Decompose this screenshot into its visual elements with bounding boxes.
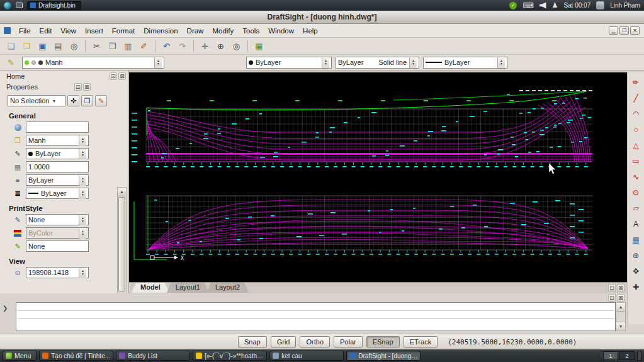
tab-layout2[interactable]: Layout2	[206, 283, 249, 293]
paste-icon[interactable]: ▥	[121, 39, 135, 53]
move-icon[interactable]: ✥	[629, 263, 643, 279]
linescale-field[interactable]: 1.0000	[26, 161, 89, 173]
arc-icon[interactable]: ◠	[629, 106, 643, 122]
menu-tools[interactable]: Tools	[238, 25, 264, 37]
tabs-close-icon[interactable]: ⊠	[617, 284, 624, 291]
user-name[interactable]: Linh Pham	[610, 2, 640, 9]
command-input[interactable]	[16, 302, 616, 331]
view-combobox[interactable]: 198908.1418 ▲▼	[26, 267, 89, 278]
tab-model[interactable]: Model	[132, 283, 169, 293]
edit-properties-button[interactable]: ✎	[95, 95, 107, 106]
tab-layout1[interactable]: Layout1	[167, 283, 209, 293]
lineweight-property-combobox[interactable]: ByLayer ▲▼	[26, 188, 89, 199]
printstyle2-field[interactable]: None	[26, 240, 89, 252]
rectangle-icon[interactable]: ▭	[629, 153, 643, 169]
grid-toggle[interactable]: Grid	[271, 336, 297, 348]
command-scrollbar[interactable]: ▲ ▼	[616, 302, 626, 331]
distro-logo-icon[interactable]	[4, 2, 11, 9]
select-entities-button[interactable]: ✜	[67, 95, 79, 106]
zoom-dynamic-icon[interactable]: ⊕	[213, 39, 228, 53]
menu-button[interactable]: Menu	[3, 351, 37, 361]
copy-properties-button[interactable]: ❐	[81, 95, 93, 106]
restore-button[interactable]: ❐	[619, 26, 629, 35]
print-preview-icon[interactable]: ◎	[67, 39, 81, 53]
menu-window[interactable]: Window	[264, 25, 298, 37]
ellipse-icon[interactable]: ⊙	[629, 184, 643, 200]
menu-modify[interactable]: Modify	[208, 25, 238, 37]
view-spinner[interactable]: ▲▼	[79, 268, 86, 278]
home-float-icon[interactable]: ⊡	[110, 72, 117, 80]
clock[interactable]: Sat 00:07	[563, 2, 590, 9]
lineweight-property-spinner[interactable]: ▲▼	[79, 188, 86, 199]
linecolor-property-combobox[interactable]: ByLayer ▲▼	[26, 148, 89, 159]
user-switch-icon[interactable]: ♟	[552, 3, 558, 9]
point-icon[interactable]: ⊕	[629, 247, 643, 263]
polar-toggle[interactable]: Polar	[334, 336, 363, 348]
insert-block-icon[interactable]: ✚	[629, 279, 643, 295]
copy-icon[interactable]: ❐	[105, 39, 120, 53]
command-scroll-down-icon[interactable]: ▼	[616, 322, 625, 331]
keyboard-layout-icon[interactable]: ⌨	[523, 1, 533, 10]
layer-property-spinner[interactable]: ▲▼	[79, 135, 86, 146]
task-buddy-list[interactable]: Buddy List	[116, 351, 190, 361]
tabs-float-icon[interactable]: ⊡	[608, 284, 616, 291]
command-scroll-up-icon[interactable]: ▲	[616, 303, 625, 312]
selection-combobox[interactable]: No Selection ▼	[8, 95, 65, 106]
esnap-toggle[interactable]: ESnap	[366, 336, 400, 348]
workspace-2[interactable]: 2	[619, 351, 635, 360]
line-icon[interactable]: ╱	[629, 90, 643, 106]
hatch-icon[interactable]: ▦	[629, 232, 643, 247]
linestyle-property-combobox[interactable]: ByLayer ▲▼	[26, 174, 89, 186]
show-desktop-button[interactable]	[637, 351, 641, 361]
properties-grid-icon[interactable]: ▦	[252, 39, 266, 53]
menu-draw[interactable]: Draw	[183, 25, 208, 37]
properties-close-icon[interactable]: ⊠	[83, 83, 91, 91]
menu-dimension[interactable]: Dimension	[139, 25, 182, 37]
task-chat[interactable]: [»-(¯`v´¯)-»**hoatha...	[193, 351, 267, 361]
linestyle-spinner[interactable]: ▲▼	[409, 57, 417, 68]
menu-insert[interactable]: Insert	[81, 25, 108, 37]
zoom-window-icon[interactable]: ◎	[229, 39, 244, 53]
text-icon[interactable]: A	[629, 216, 643, 232]
menu-file[interactable]: File	[14, 25, 35, 37]
menu-edit[interactable]: Edit	[35, 25, 57, 37]
linestyle-property-spinner[interactable]: ▲▼	[79, 175, 86, 186]
linecolor-spinner[interactable]: ▲▼	[322, 57, 329, 68]
linecolor-property-spinner[interactable]: ▲▼	[79, 149, 86, 159]
scroll-thumb[interactable]	[118, 197, 125, 291]
parallelogram-icon[interactable]: ▱	[629, 200, 643, 216]
update-shield-icon[interactable]: ✓	[509, 2, 517, 9]
volume-icon[interactable]	[539, 3, 546, 9]
sketch-icon[interactable]: ✏	[629, 74, 643, 90]
menu-format[interactable]: Format	[108, 25, 139, 37]
menu-help[interactable]: Help	[298, 25, 322, 37]
name-field[interactable]	[26, 122, 89, 133]
etrack-toggle[interactable]: ETrack	[404, 336, 438, 348]
format-painter-icon[interactable]: ✐	[137, 39, 151, 53]
undo-icon[interactable]: ↶	[159, 39, 174, 53]
task-browser[interactable]: Tạo chủ đề | Tinhte...	[39, 351, 113, 361]
command-close-icon[interactable]: ⊠	[617, 294, 624, 302]
command-float-icon[interactable]: ⊡	[608, 294, 616, 302]
linecolor-combobox[interactable]: ByLayer ▲▼	[246, 57, 332, 69]
layer-spinner[interactable]: ▲▼	[154, 57, 162, 68]
printstyle-spinner[interactable]: ▲▼	[79, 215, 86, 225]
printstyle-combobox[interactable]: None ▲▼	[26, 214, 89, 225]
save-icon[interactable]: ▣	[35, 39, 50, 53]
layer-property-combobox[interactable]: Manh ▲▼	[26, 135, 89, 146]
cut-icon[interactable]: ✂	[89, 39, 104, 53]
close-button[interactable]: ✕	[630, 26, 640, 35]
lineweight-spinner[interactable]: ▲▼	[497, 57, 505, 68]
home-palette-header[interactable]: Home ⊡ ⊠	[5, 71, 128, 81]
home-close-icon[interactable]: ⊠	[118, 72, 126, 80]
menu-view[interactable]: View	[56, 25, 81, 37]
window-titlebar[interactable]: DraftSight - [duong hinh.dwg*]	[0, 11, 644, 24]
polygon-icon[interactable]: △	[629, 137, 643, 153]
print-icon[interactable]: ▤	[51, 39, 65, 53]
pan-icon[interactable]: ✛	[198, 39, 212, 53]
layer-combobox[interactable]: Manh ▲▼	[22, 57, 164, 69]
open-file-icon[interactable]: ❒	[20, 39, 34, 53]
new-file-icon[interactable]: ❏	[4, 39, 18, 53]
properties-panel-header[interactable]: Properties ⊡ ⊠	[5, 81, 128, 92]
palette-scrollbar[interactable]: ▲ ▼	[117, 187, 127, 303]
